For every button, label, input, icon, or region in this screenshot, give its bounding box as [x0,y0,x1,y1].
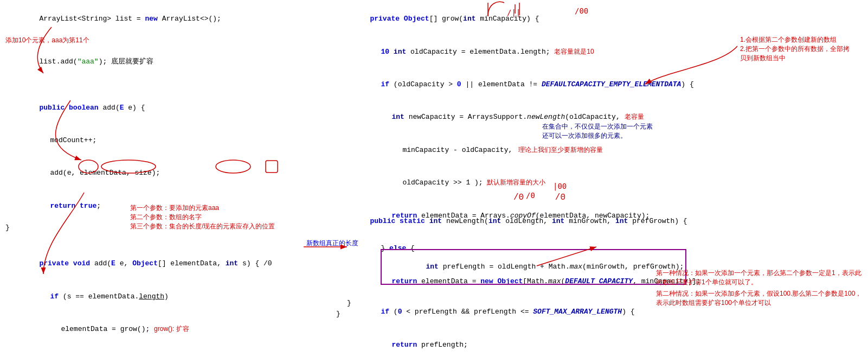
icon-decoration-2: /0 [555,193,565,202]
right-note-1: 1.会根据第二个参数创建新的数组 2.把第一个参数中的所有数据，全部拷 贝到新数… [740,35,859,63]
middle-note-1: 在集合中，不仅仅是一次添加一个元素 [542,122,653,131]
right-panel: private Object[] grow(int minCapacity) {… [336,3,862,320]
code-line: private Object[] grow(int minCapacity) { [336,3,862,35]
case1-text: 第一种情况：如果一次添加一个元素，那么第二个参数一定是1，表示此 [656,269,862,278]
code-line: elementData[s] = e; [5,346,309,357]
code-line: ArrayList<String> list = new ArrayList<>… [5,3,309,35]
new-array-length-note: 新数组真正的长度 [306,239,358,248]
param3-annotation: 第三个参数：集合的长度/现在的元素应存入的位置 [130,222,309,231]
code-line: private void add(E e, Object[] elementDa… [5,247,309,280]
icons-above: /0 /0 [336,193,743,202]
page-container: ArrayList<String> list = new ArrayList<>… [0,0,868,357]
code-line: elementData = grow(); grow(): 扩容 [5,313,309,346]
code-line: if (s == elementData.length) [5,280,309,313]
param2-annotation: 第二个参数：数组的名字 [130,213,309,222]
annotation-red-1: 添加10个元素，aaa为第11个 [5,35,309,46]
code-line: modCount++; [5,124,309,157]
icon-decoration-1: /0 [513,193,524,202]
param-annotations: 第一个参数：要添加的元素aaa 第二个参数：数组的名字 第三个参数：集合的长度/… [103,203,309,231]
case1-detail: 时数组只要扩容1个单位就可以了。 [656,278,862,287]
middle-note-2: 还可以一次添加很多的元素。 [542,131,653,141]
param1-annotation: 第一个参数：要添加的元素aaa [130,203,309,213]
case2-detail: 表示此时数组需要扩容100个单位才可以 [656,298,862,308]
code-line: if (oldCapacity > 0 || elementData != DE… [336,68,862,101]
code-line-2: list.add("aaa"); 底层就要扩容 [5,46,309,78]
middle-note: 在集合中，不仅仅是一次添加一个元素 还可以一次添加很多的元素。 [542,122,653,141]
case-annotations: 第一种情况：如果一次添加一个元素，那么第二个参数一定是1，表示此 时数组只要扩容… [656,269,862,308]
add-void-method: private void add(E e, Object[] elementDa… [5,247,309,357]
new-array-label: 新数组真正的长度 [306,239,358,248]
intro-code: ArrayList<String> list = new ArrayList<>… [5,3,309,78]
note-1-line3: 贝到新数组当中 [740,54,859,63]
code-line: add(e, elementData, size); [5,157,309,189]
highlighted-code: int prefLength = oldLength + Math.max(mi… [381,249,686,285]
left-panel: ArrayList<String> list = new ArrayList<>… [5,3,309,357]
code-line: return prefLength; [336,329,743,357]
note-1-line1: 1.会根据第二个参数创建新的数组 [740,35,859,44]
code-line: public static int newLength(int oldLengt… [336,205,743,238]
code-line: public boolean add(E e) { [5,91,309,124]
case2-text: 第二种情况：如果一次添加多个元素，假设100.那么第二个参数是100， [656,289,862,298]
note-1-line2: 2.把第一个参数中的所有数据，全部拷 [740,44,859,54]
